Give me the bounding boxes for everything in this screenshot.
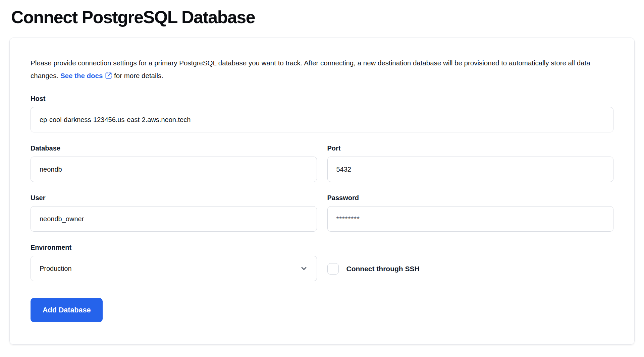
- environment-select[interactable]: Production: [31, 256, 317, 281]
- user-input[interactable]: [31, 206, 317, 232]
- connection-settings-card: Please provide connection settings for a…: [9, 38, 635, 345]
- password-field: Password: [327, 194, 614, 232]
- page-title: Connect PostgreSQL Database: [11, 7, 635, 27]
- external-link-icon: [105, 72, 112, 79]
- host-input[interactable]: [31, 107, 613, 132]
- password-input[interactable]: [327, 206, 614, 232]
- environment-label: Environment: [31, 244, 317, 251]
- docs-link[interactable]: See the docs: [60, 72, 112, 79]
- docs-link-label: See the docs: [60, 72, 103, 79]
- user-field: User: [31, 194, 317, 232]
- description-text: Please provide connection settings for a…: [31, 57, 613, 82]
- chevron-down-icon: [300, 264, 308, 273]
- host-field: Host: [31, 95, 613, 132]
- port-label: Port: [327, 144, 614, 152]
- port-input[interactable]: [327, 157, 614, 182]
- description-after-link: for more details.: [112, 72, 163, 79]
- password-label: Password: [327, 194, 614, 202]
- ssh-option-row: Connect through SSH: [327, 256, 614, 282]
- environment-selected-value: Production: [40, 265, 72, 273]
- user-label: User: [31, 194, 317, 202]
- database-input[interactable]: [31, 157, 317, 182]
- host-label: Host: [31, 95, 613, 103]
- ssh-checkbox-label: Connect through SSH: [346, 265, 420, 273]
- ssh-checkbox[interactable]: [327, 263, 339, 275]
- environment-field: Environment Production: [31, 244, 317, 281]
- port-field: Port: [327, 144, 614, 182]
- add-database-button[interactable]: Add Database: [31, 298, 103, 322]
- database-label: Database: [31, 144, 317, 152]
- database-field: Database: [31, 144, 317, 182]
